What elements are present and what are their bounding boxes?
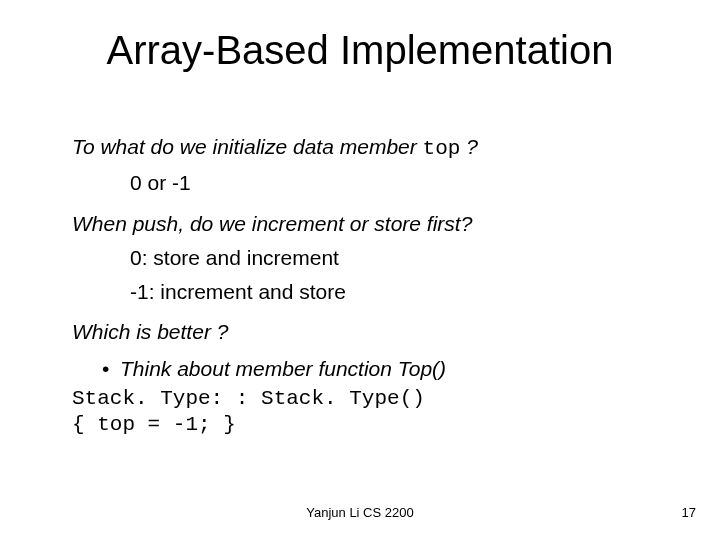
question-1-code: top — [423, 137, 461, 160]
slide: Array-Based Implementation To what do we… — [0, 0, 720, 540]
slide-title: Array-Based Implementation — [0, 28, 720, 73]
footer-author: Yanjun Li CS 2200 — [0, 505, 720, 520]
bullet-text: Think about member function Top() — [120, 357, 446, 380]
code-block: Stack. Type: : Stack. Type() { top = -1;… — [72, 386, 672, 439]
question-1-prefix: To what do we initialize data member — [72, 135, 423, 158]
code-line-2: { top = -1; } — [72, 413, 236, 436]
question-3: Which is better ? — [72, 319, 672, 345]
answer-2a: 0: store and increment — [130, 245, 672, 271]
slide-body: To what do we initialize data member top… — [72, 120, 672, 438]
question-2: When push, do we increment or store firs… — [72, 211, 672, 237]
question-1: To what do we initialize data member top… — [72, 134, 672, 162]
page-number: 17 — [682, 505, 696, 520]
bullet-item: •Think about member function Top() — [102, 356, 672, 382]
bullet-dot-icon: • — [102, 356, 120, 382]
answer-2b: -1: increment and store — [130, 279, 672, 305]
answer-1: 0 or -1 — [130, 170, 672, 196]
question-1-suffix: ? — [460, 135, 478, 158]
code-line-1: Stack. Type: : Stack. Type() — [72, 387, 425, 410]
